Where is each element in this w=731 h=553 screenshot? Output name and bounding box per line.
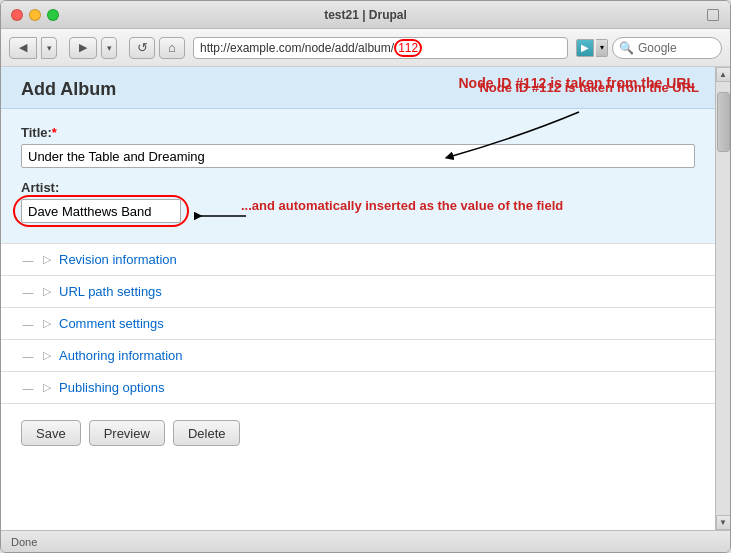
back-dropdown[interactable]: ▾ bbox=[41, 37, 57, 59]
delete-button[interactable]: Delete bbox=[173, 420, 241, 446]
artist-wrapper bbox=[21, 199, 181, 223]
window-title: test21 | Drupal bbox=[324, 8, 407, 22]
artist-input[interactable] bbox=[21, 199, 181, 223]
url-section[interactable]: — ▷ URL path settings bbox=[1, 275, 715, 307]
maximize-button[interactable] bbox=[47, 9, 59, 21]
collapse-icon-url: — bbox=[21, 285, 35, 299]
revision-section[interactable]: — ▷ Revision information bbox=[1, 243, 715, 275]
title-field-group: Title:* bbox=[21, 125, 695, 168]
scroll-thumb[interactable] bbox=[717, 92, 730, 152]
search-icon: 🔍 bbox=[619, 41, 634, 55]
collapsible-sections: — ▷ Revision information — ▷ URL path se… bbox=[1, 243, 715, 403]
browser-window: test21 | Drupal ◀ ▾ ▶ ▾ ↺ ⌂ http://examp… bbox=[0, 0, 731, 553]
url-prefix: http://example.com/node/add/album/ bbox=[200, 41, 394, 55]
resize-icon bbox=[706, 8, 720, 22]
refresh-button[interactable]: ↺ bbox=[129, 37, 155, 59]
preview-button[interactable]: Preview bbox=[89, 420, 165, 446]
collapse-icon-revision: — bbox=[21, 253, 35, 267]
page-title: Add Album bbox=[21, 79, 695, 100]
collapse-arrow-comment: ▷ bbox=[43, 317, 51, 330]
status-text: Done bbox=[11, 536, 37, 548]
publishing-link[interactable]: Publishing options bbox=[59, 380, 165, 395]
artist-field-group: Artist: bbox=[21, 180, 695, 223]
revision-link[interactable]: Revision information bbox=[59, 252, 177, 267]
status-bar: Done bbox=[1, 530, 730, 552]
buttons-area: Save Preview Delete bbox=[1, 403, 715, 462]
title-input[interactable] bbox=[21, 144, 695, 168]
title-bar: test21 | Drupal bbox=[1, 1, 730, 29]
save-button[interactable]: Save bbox=[21, 420, 81, 446]
minimize-button[interactable] bbox=[29, 9, 41, 21]
main-content: Add Album Node ID #112 is taken from the… bbox=[1, 67, 715, 530]
go-button[interactable]: ▶ bbox=[576, 39, 594, 57]
scroll-track[interactable] bbox=[716, 82, 731, 515]
title-label: Title:* bbox=[21, 125, 695, 140]
url-link[interactable]: URL path settings bbox=[59, 284, 162, 299]
page-area: Add Album Node ID #112 is taken from the… bbox=[1, 67, 730, 530]
search-input[interactable]: Google bbox=[638, 41, 715, 55]
required-star: * bbox=[52, 125, 57, 140]
collapse-arrow-url: ▷ bbox=[43, 285, 51, 298]
comment-section[interactable]: — ▷ Comment settings bbox=[1, 307, 715, 339]
artist-arrow-svg bbox=[191, 202, 251, 230]
artist-label: Artist: bbox=[21, 180, 695, 195]
form-area: Node ID #112 is taken from the URL bbox=[1, 109, 715, 243]
scrollbar[interactable]: ▲ ▼ bbox=[715, 67, 730, 530]
collapse-icon-authoring: — bbox=[21, 349, 35, 363]
comment-link[interactable]: Comment settings bbox=[59, 316, 164, 331]
close-button[interactable] bbox=[11, 9, 23, 21]
forward-dropdown[interactable]: ▾ bbox=[101, 37, 117, 59]
search-box[interactable]: 🔍 Google bbox=[612, 37, 722, 59]
go-button-group[interactable]: ▶ ▾ bbox=[576, 39, 608, 57]
home-button[interactable]: ⌂ bbox=[159, 37, 185, 59]
go-dropdown[interactable]: ▾ bbox=[596, 39, 608, 57]
authoring-link[interactable]: Authoring information bbox=[59, 348, 183, 363]
collapse-arrow-publishing: ▷ bbox=[43, 381, 51, 394]
collapse-arrow-revision: ▷ bbox=[43, 253, 51, 266]
collapse-icon-comment: — bbox=[21, 317, 35, 331]
back-button[interactable]: ◀ bbox=[9, 37, 37, 59]
browser-toolbar: ◀ ▾ ▶ ▾ ↺ ⌂ http://example.com/node/add/… bbox=[1, 29, 730, 67]
address-bar[interactable]: http://example.com/node/add/album/112 bbox=[193, 37, 568, 59]
authoring-section[interactable]: — ▷ Authoring information bbox=[1, 339, 715, 371]
url-number: 112 bbox=[394, 39, 422, 57]
traffic-lights bbox=[11, 9, 59, 21]
scroll-up-arrow[interactable]: ▲ bbox=[716, 67, 731, 82]
collapse-arrow-authoring: ▷ bbox=[43, 349, 51, 362]
collapse-icon-publishing: — bbox=[21, 381, 35, 395]
content-header: Add Album bbox=[1, 67, 715, 109]
forward-button[interactable]: ▶ bbox=[69, 37, 97, 59]
publishing-section[interactable]: — ▷ Publishing options bbox=[1, 371, 715, 403]
field-annotation: ...and automatically inserted as the val… bbox=[241, 198, 581, 213]
url-text: http://example.com/node/add/album/112 bbox=[200, 39, 561, 57]
scroll-down-arrow[interactable]: ▼ bbox=[716, 515, 731, 530]
field-annotation-text: ...and automatically inserted as the val… bbox=[241, 198, 563, 213]
